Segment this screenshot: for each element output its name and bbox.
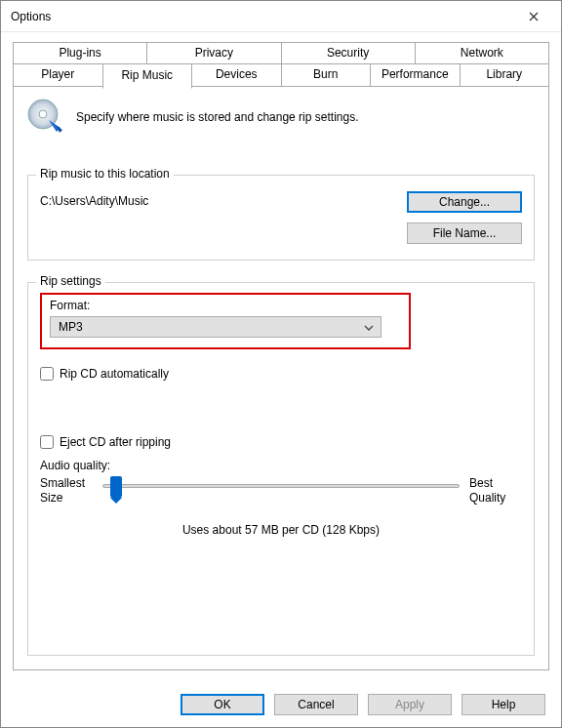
format-select[interactable]: MP3 xyxy=(50,316,381,338)
format-label: Format: xyxy=(50,299,401,312)
change-location-button[interactable]: Change... xyxy=(407,191,522,213)
rip-settings-legend: Rip settings xyxy=(36,274,105,288)
tab-network[interactable]: Network xyxy=(415,42,549,64)
rip-location-path: C:\Users\Adity\Music xyxy=(40,191,148,208)
svg-point-1 xyxy=(39,110,47,118)
format-select-value: MP3 xyxy=(59,320,83,334)
rip-settings-group: Rip settings Format: MP3 Rip CD autom xyxy=(27,282,535,656)
eject-cd-checkbox[interactable] xyxy=(40,435,54,449)
close-button[interactable] xyxy=(514,3,553,30)
tab-player[interactable]: Player xyxy=(13,64,103,87)
rip-cd-auto-row[interactable]: Rip CD automatically xyxy=(40,367,522,381)
tab-strip: Plug-ins Privacy Security Network Player… xyxy=(13,42,549,87)
rip-cd-auto-checkbox[interactable] xyxy=(40,367,54,381)
ok-button[interactable]: OK xyxy=(181,694,264,715)
dialog-footer: OK Cancel Apply Help xyxy=(1,682,561,727)
file-name-button[interactable]: File Name... xyxy=(407,222,522,244)
tab-rip-music[interactable]: Rip Music xyxy=(102,64,193,89)
slider-thumb[interactable] xyxy=(110,476,122,498)
cancel-button[interactable]: Cancel xyxy=(274,694,358,715)
slider-max-label: Best Quality xyxy=(469,476,522,506)
apply-button[interactable]: Apply xyxy=(368,694,452,715)
rip-cd-auto-label: Rip CD automatically xyxy=(60,367,169,381)
audio-quality-label: Audio quality: xyxy=(40,459,522,472)
close-icon xyxy=(529,12,539,21)
rip-music-panel: Specify where music is stored and change… xyxy=(13,86,549,670)
tab-burn[interactable]: Burn xyxy=(281,64,372,87)
audio-quality-slider[interactable] xyxy=(102,476,460,506)
tab-devices[interactable]: Devices xyxy=(191,64,282,87)
help-button[interactable]: Help xyxy=(462,694,545,715)
eject-cd-label: Eject CD after ripping xyxy=(60,435,171,449)
tab-performance[interactable]: Performance xyxy=(370,64,461,87)
format-highlight-box: Format: MP3 xyxy=(40,293,411,349)
rip-location-legend: Rip music to this location xyxy=(36,167,174,181)
tab-privacy[interactable]: Privacy xyxy=(146,42,281,64)
rip-location-group: Rip music to this location C:\Users\Adit… xyxy=(27,175,535,261)
eject-cd-row[interactable]: Eject CD after ripping xyxy=(40,435,522,449)
tab-library[interactable]: Library xyxy=(460,64,550,87)
window-title: Options xyxy=(11,10,514,23)
titlebar: Options xyxy=(1,1,561,32)
cd-rip-icon xyxy=(27,99,64,136)
tab-security[interactable]: Security xyxy=(281,42,416,64)
tab-plugins[interactable]: Plug-ins xyxy=(13,42,147,64)
slider-min-label: Smallest Size xyxy=(40,476,93,506)
panel-description: Specify where music is stored and change… xyxy=(76,110,358,124)
options-dialog: Options Plug-ins Privacy Security Networ… xyxy=(0,0,562,728)
slider-hint-text: Uses about 57 MB per CD (128 Kbps) xyxy=(40,523,522,537)
